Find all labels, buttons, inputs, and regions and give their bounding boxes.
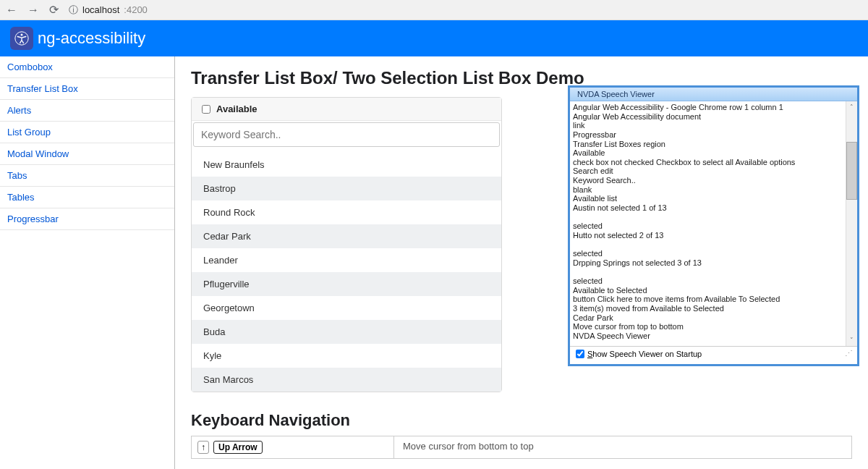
list-item[interactable]: Buda xyxy=(192,320,501,344)
sidebar-item-transfer-list-box[interactable]: Transfer List Box xyxy=(0,78,174,100)
accessibility-logo xyxy=(10,27,33,50)
scroll-thumb[interactable] xyxy=(846,142,857,200)
reload-icon[interactable]: ⟳ xyxy=(49,3,59,17)
forward-icon[interactable]: → xyxy=(27,4,39,17)
address-bar[interactable]: ⓘ localhost:4200 xyxy=(69,4,148,17)
back-icon[interactable]: ← xyxy=(6,4,17,17)
resize-grip-icon[interactable]: ⋰ xyxy=(845,349,851,358)
available-header: Available xyxy=(192,98,501,121)
available-header-label: Available xyxy=(216,103,258,114)
available-panel: Available New BraunfelsBastropRound Rock… xyxy=(191,97,502,392)
keyboard-nav-desc: Move cursor from bottom to top xyxy=(394,436,851,458)
sidebar-item-modal-window[interactable]: Modal Window xyxy=(0,143,174,165)
list-item[interactable]: Leander xyxy=(192,248,501,272)
keyboard-nav-key-cell: ↑ Up Arrow xyxy=(192,436,394,458)
list-item[interactable]: San Marcos xyxy=(192,368,501,392)
list-item[interactable]: Round Rock xyxy=(192,200,501,224)
sidebar-item-list-group[interactable]: List Group xyxy=(0,122,174,143)
nvda-body: Angular Web Accessibility - Google Chrom… xyxy=(570,101,857,346)
address-host: localhost xyxy=(82,4,119,15)
sidebar: ComboboxTransfer List BoxAlertsList Grou… xyxy=(0,56,175,469)
up-arrow-label: Up Arrow xyxy=(213,441,263,454)
show-on-startup-checkbox[interactable] xyxy=(576,350,584,358)
list-item[interactable]: Kyle xyxy=(192,344,501,368)
nvda-speech-viewer-window[interactable]: NVDA Speech Viewer Angular Web Accessibi… xyxy=(568,85,859,366)
app-title: ng-accessibility xyxy=(38,29,145,48)
address-port: :4200 xyxy=(124,4,148,15)
list-item[interactable]: Bastrop xyxy=(192,177,501,200)
sidebar-item-alerts[interactable]: Alerts xyxy=(0,100,174,122)
info-icon: ⓘ xyxy=(69,4,78,17)
list-item[interactable]: Cedar Park xyxy=(192,224,501,248)
list-item[interactable]: New Braunfels xyxy=(192,153,501,177)
app-header: ng-accessibility xyxy=(0,20,868,56)
list-item[interactable]: Georgetown xyxy=(192,296,501,320)
sidebar-item-tabs[interactable]: Tabs xyxy=(0,165,174,187)
select-all-checkbox[interactable] xyxy=(202,105,210,114)
search-input[interactable] xyxy=(193,122,500,147)
scroll-down-icon[interactable]: ˅ xyxy=(846,334,857,346)
nvda-footer: Show Speech Viewer on Startup ⋰ xyxy=(570,346,857,360)
nvda-title-bar[interactable]: NVDA Speech Viewer xyxy=(570,88,857,101)
show-on-startup-label: Show Speech Viewer on Startup xyxy=(587,350,702,358)
svg-point-1 xyxy=(21,34,23,36)
available-list: New BraunfelsBastropRound RockCedar Park… xyxy=(192,153,501,392)
keyboard-nav-title: Keyboard Navigation xyxy=(191,411,852,430)
up-arrow-icon: ↑ xyxy=(197,441,209,454)
sidebar-item-progressbar[interactable]: Progressbar xyxy=(0,208,174,230)
nvda-scrollbar[interactable]: ˄ ˅ xyxy=(846,101,857,346)
keyboard-nav-table: ↑ Up Arrow Move cursor from bottom to to… xyxy=(191,436,852,459)
sidebar-item-tables[interactable]: Tables xyxy=(0,187,174,208)
list-item[interactable]: Pflugerville xyxy=(192,272,501,296)
sidebar-item-combobox[interactable]: Combobox xyxy=(0,56,174,78)
scroll-up-icon[interactable]: ˄ xyxy=(846,101,857,113)
nvda-speech-log: Angular Web Accessibility - Google Chrom… xyxy=(570,101,857,342)
browser-toolbar: ← → ⟳ ⓘ localhost:4200 xyxy=(0,0,868,20)
